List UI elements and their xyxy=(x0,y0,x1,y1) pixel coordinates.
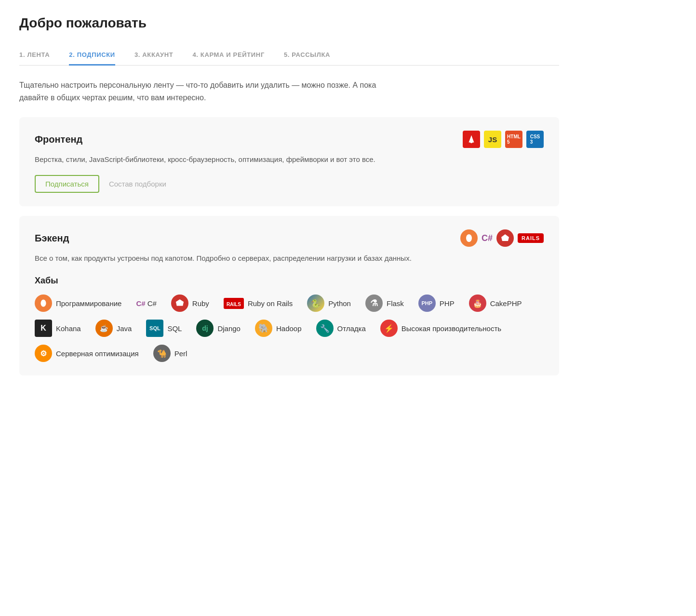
frontend-card: Фронтенд JS HTML5 CSS3 Верстка, стили, J… xyxy=(19,117,559,206)
angular-icon xyxy=(463,131,480,148)
javascript-icon: JS xyxy=(484,131,501,148)
hub-item-serveropt[interactable]: ⚙ Серверная оптимизация xyxy=(35,345,139,362)
hub-icon-php: PHP xyxy=(418,295,436,312)
hub-item-php[interactable]: PHP PHP xyxy=(418,295,455,312)
hub-item-prog[interactable]: Программирование xyxy=(35,295,121,312)
backend-description: Все о том, как продукты устроены под кап… xyxy=(35,253,544,264)
tab-karma[interactable]: 4. КАРМА И РЕЙТИНГ xyxy=(192,45,265,66)
backend-card-header: Бэкенд C# RAILS xyxy=(35,229,544,247)
hub-icon-highperf: ⚡ xyxy=(380,320,398,337)
hub-label-java: Java xyxy=(117,324,132,333)
intro-text: Тщательно настроить персональную ленту —… xyxy=(19,79,405,104)
hub-label-ruby: Ruby xyxy=(192,299,209,308)
hub-label-python: Python xyxy=(328,299,351,308)
hub-item-django[interactable]: dj Django xyxy=(196,320,241,337)
frontend-icons: JS HTML5 CSS3 xyxy=(463,131,544,148)
hub-icon-kohana: K xyxy=(35,320,52,337)
hub-item-rails[interactable]: RAILS Ruby on Rails xyxy=(224,295,293,312)
hub-label-rails: Ruby on Rails xyxy=(248,299,293,308)
hub-label-prog: Программирование xyxy=(56,299,121,308)
hub-item-highperf[interactable]: ⚡ Высокая производительность xyxy=(380,320,501,337)
svg-marker-4 xyxy=(501,234,509,241)
hub-icon-java: ☕ xyxy=(95,320,113,337)
svg-marker-6 xyxy=(176,299,184,306)
hubs-section: Хабы Программирование C# C# xyxy=(35,276,544,362)
hub-label-cakephp: CakePHP xyxy=(490,299,522,308)
backend-icons: C# RAILS xyxy=(460,229,544,247)
hub-icon-perl: 🐪 xyxy=(153,345,171,362)
hub-label-csharp: C# xyxy=(147,299,157,308)
hub-label-serveropt: Серверная оптимизация xyxy=(56,349,139,358)
backend-title: Бэкенд xyxy=(35,233,69,244)
css3-icon: CSS3 xyxy=(526,131,544,148)
hub-item-debug[interactable]: 🔧 Отладка xyxy=(316,320,366,337)
hub-label-hadoop: Hadoop xyxy=(276,324,302,333)
backend-card: Бэкенд C# RAILS Все о том, как продукты … xyxy=(19,216,559,375)
hub-label-sql: SQL xyxy=(167,324,182,333)
frontend-description: Верстка, стили, JavaScript-библиотеки, к… xyxy=(35,154,544,165)
hub-label-perl: Perl xyxy=(174,349,187,358)
hub-icon-sql: SQL xyxy=(146,320,163,337)
hub-item-ruby[interactable]: Ruby xyxy=(171,295,209,312)
hub-item-csharp[interactable]: C# C# xyxy=(136,295,156,312)
hub-icon-flask: ⚗ xyxy=(365,295,383,312)
tab-tape[interactable]: 1. ЛЕНТА xyxy=(19,45,50,66)
frontend-composition-button[interactable]: Состав подборки xyxy=(109,180,166,188)
hub-item-perl[interactable]: 🐪 Perl xyxy=(153,345,187,362)
hub-icon-prog xyxy=(35,295,52,312)
page-title: Добро пожаловать xyxy=(19,15,559,31)
hub-icon-debug: 🔧 xyxy=(316,320,334,337)
hub-icon-hadoop: 🐘 xyxy=(255,320,272,337)
ruby-backend-icon xyxy=(496,229,514,247)
hubs-grid: Программирование C# C# Ruby RAILS xyxy=(35,295,544,362)
hub-item-sql[interactable]: SQL SQL xyxy=(146,320,182,337)
frontend-subscribe-button[interactable]: Подписаться xyxy=(35,175,99,193)
hub-label-kohana: Kohana xyxy=(56,324,81,333)
tabs-navigation: 1. ЛЕНТА 2. ПОДПИСКИ 3. АККАУНТ 4. КАРМА… xyxy=(19,45,559,66)
hub-label-php: PHP xyxy=(440,299,455,308)
hub-item-kohana[interactable]: K Kohana xyxy=(35,320,81,337)
frontend-actions: Подписаться Состав подборки xyxy=(35,175,544,193)
hub-icon-ruby xyxy=(171,295,188,312)
hub-label-flask: Flask xyxy=(387,299,404,308)
frontend-title: Фронтенд xyxy=(35,134,82,145)
html5-icon: HTML5 xyxy=(505,131,522,148)
tab-subscriptions[interactable]: 2. ПОДПИСКИ xyxy=(69,45,115,66)
tab-newsletter[interactable]: 5. РАССЫЛКА xyxy=(284,45,330,66)
hub-label-highperf: Высокая производительность xyxy=(402,324,501,333)
hub-icon-csharp: C# xyxy=(136,299,145,308)
svg-point-5 xyxy=(40,300,46,307)
hub-item-java[interactable]: ☕ Java xyxy=(95,320,132,337)
hub-item-python[interactable]: 🐍 Python xyxy=(307,295,351,312)
hub-label-django: Django xyxy=(217,324,241,333)
rails-backend-icon: RAILS xyxy=(518,233,544,243)
tab-account[interactable]: 3. АККАУНТ xyxy=(134,45,174,66)
hub-item-flask[interactable]: ⚗ Flask xyxy=(365,295,404,312)
hubs-title: Хабы xyxy=(35,276,544,286)
hub-icon-python: 🐍 xyxy=(307,295,324,312)
backend-icon-1 xyxy=(460,229,478,247)
hub-icon-serveropt: ⚙ xyxy=(35,345,52,362)
hub-icon-rails: RAILS xyxy=(224,298,244,309)
hub-item-cakephp[interactable]: 🎂 CakePHP xyxy=(469,295,522,312)
csharp-backend-icon: C# xyxy=(482,233,493,243)
hub-label-debug: Отладка xyxy=(337,324,366,333)
svg-point-3 xyxy=(466,234,472,242)
hub-item-hadoop[interactable]: 🐘 Hadoop xyxy=(255,320,302,337)
hub-icon-django: dj xyxy=(196,320,214,337)
frontend-card-header: Фронтенд JS HTML5 CSS3 xyxy=(35,131,544,148)
hub-icon-cakephp: 🎂 xyxy=(469,295,486,312)
